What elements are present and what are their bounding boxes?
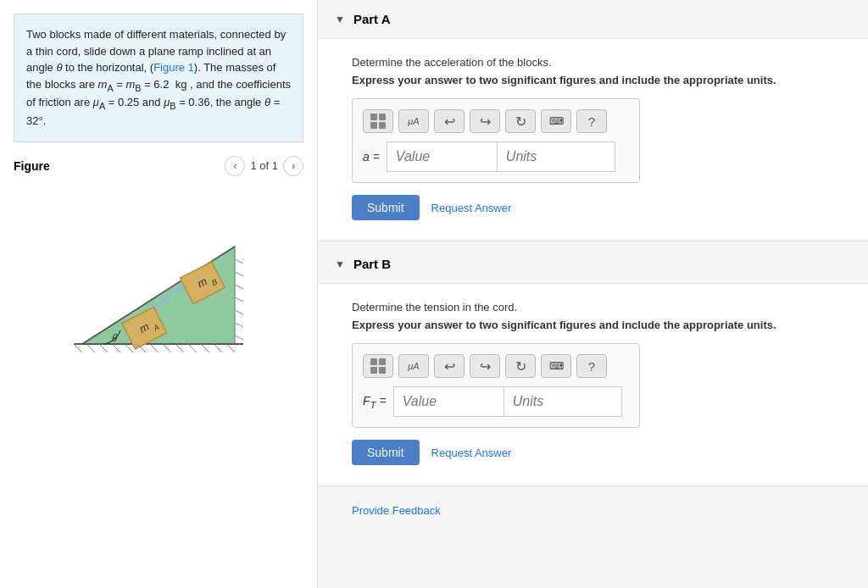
svg-line-17	[150, 344, 159, 352]
figure-section: Figure ‹ 1 of 1 › m	[14, 156, 303, 378]
redo-icon: ↪	[480, 114, 491, 130]
undo-icon-b: ↩	[444, 358, 455, 374]
part-b-title: Part B	[353, 257, 391, 271]
svg-line-26	[235, 285, 243, 289]
left-panel: Two blocks made of different materials, …	[0, 0, 318, 588]
reset-icon: ↻	[515, 114, 526, 130]
redo-icon-b: ↪	[480, 358, 491, 374]
part-b-answer-box: μA ↩ ↪ ↻ ⌨ ?	[352, 343, 640, 428]
part-a-keyboard-button[interactable]: ⌨	[541, 109, 571, 133]
part-a-symbol-button[interactable]: μA	[398, 109, 429, 133]
part-b-input-row: FT =	[363, 386, 629, 417]
figure-link[interactable]: Figure 1	[153, 61, 194, 74]
reset-icon-b: ↻	[515, 358, 526, 374]
part-b-collapse-arrow: ▼	[335, 258, 345, 270]
figure-header: Figure ‹ 1 of 1 ›	[14, 156, 303, 176]
part-a-action-row: Submit Request Answer	[352, 195, 834, 220]
right-panel: ▼ Part A Determine the acceleration of t…	[318, 0, 868, 588]
part-b-instruction: Express your answer to two significant f…	[352, 319, 834, 331]
svg-line-30	[235, 336, 243, 340]
svg-line-12	[86, 344, 95, 352]
svg-line-29	[235, 323, 243, 327]
grid-icon-b	[370, 358, 386, 374]
part-a-value-input[interactable]	[387, 141, 497, 172]
part-a-section: ▼ Part A Determine the acceleration of t…	[318, 0, 868, 241]
part-b-grid-button[interactable]	[363, 354, 393, 378]
ramp-diagram: m A m B θ	[65, 196, 252, 365]
symbol-icon: μA	[408, 116, 419, 126]
part-b-undo-button[interactable]: ↩	[434, 354, 465, 378]
page-indicator: 1 of 1	[250, 159, 278, 172]
part-b-value-input[interactable]	[393, 386, 504, 417]
svg-line-23	[226, 344, 235, 352]
figure-nav: ‹ 1 of 1 ›	[225, 156, 303, 176]
part-b-reset-button[interactable]: ↻	[505, 354, 536, 378]
keyboard-icon-b: ⌨	[549, 360, 564, 372]
help-icon-b: ?	[588, 359, 595, 374]
part-b-redo-button[interactable]: ↪	[470, 354, 500, 378]
part-a-description: Determine the acceleration of the blocks…	[352, 56, 834, 69]
svg-line-13	[99, 344, 108, 352]
part-b-submit-button[interactable]: Submit	[352, 440, 420, 465]
part-a-instruction: Express your answer to two significant f…	[352, 74, 834, 86]
figure-image: m A m B θ	[14, 183, 303, 378]
part-a-undo-button[interactable]: ↩	[434, 109, 465, 133]
svg-line-22	[214, 344, 222, 352]
svg-line-21	[201, 344, 209, 352]
part-b-units-input[interactable]	[504, 386, 622, 417]
part-a-answer-box: μA ↩ ↪ ↻ ⌨	[352, 98, 640, 183]
part-a-input-row: a =	[363, 141, 629, 172]
part-b-request-answer-link[interactable]: Request Answer	[431, 447, 512, 459]
part-b-section: ▼ Part B Determine the tension in the co…	[318, 245, 868, 486]
part-a-reset-button[interactable]: ↻	[505, 109, 536, 133]
next-figure-button[interactable]: ›	[283, 156, 303, 176]
part-b-input-label: FT =	[363, 394, 387, 410]
svg-text:θ: θ	[112, 332, 118, 344]
part-a-title: Part A	[353, 12, 391, 26]
symbol-icon-b: μA	[408, 361, 419, 371]
part-b-description: Determine the tension in the cord.	[352, 301, 834, 313]
svg-line-27	[235, 297, 243, 302]
grid-icon	[370, 114, 386, 129]
svg-line-24	[235, 259, 243, 263]
part-b-keyboard-button[interactable]: ⌨	[541, 354, 571, 378]
provide-feedback-link[interactable]: Provide Feedback	[352, 504, 441, 517]
undo-icon: ↩	[444, 114, 455, 130]
part-a-input-label: a =	[363, 150, 380, 164]
part-b-help-button[interactable]: ?	[576, 354, 607, 378]
part-a-redo-button[interactable]: ↪	[470, 109, 500, 133]
part-a-request-answer-link[interactable]: Request Answer	[431, 202, 512, 214]
problem-statement: Two blocks made of different materials, …	[14, 14, 303, 142]
part-b-header[interactable]: ▼ Part B	[318, 245, 868, 284]
figure-title: Figure	[14, 159, 50, 173]
svg-line-19	[175, 344, 184, 352]
part-a-header[interactable]: ▼ Part A	[318, 0, 868, 39]
feedback-section: Provide Feedback	[318, 490, 868, 530]
svg-line-25	[235, 272, 243, 276]
svg-line-15	[125, 344, 133, 352]
part-a-units-input[interactable]	[497, 141, 615, 172]
part-a-toolbar: μA ↩ ↪ ↻ ⌨	[363, 109, 629, 133]
keyboard-icon: ⌨	[549, 115, 564, 127]
help-icon: ?	[588, 114, 595, 129]
prev-figure-button[interactable]: ‹	[225, 156, 245, 176]
svg-line-20	[188, 344, 197, 352]
part-a-body: Determine the acceleration of the blocks…	[318, 39, 868, 241]
part-a-grid-button[interactable]	[363, 109, 393, 133]
part-a-collapse-arrow: ▼	[335, 14, 345, 25]
svg-line-18	[163, 344, 171, 352]
svg-line-28	[235, 310, 243, 314]
part-b-body: Determine the tension in the cord. Expre…	[318, 284, 868, 485]
part-b-symbol-button[interactable]: μA	[398, 354, 429, 378]
part-b-toolbar: μA ↩ ↪ ↻ ⌨ ?	[363, 354, 629, 378]
part-a-submit-button[interactable]: Submit	[352, 195, 420, 220]
part-b-action-row: Submit Request Answer	[352, 440, 834, 465]
svg-line-14	[112, 344, 120, 352]
svg-line-11	[74, 344, 82, 352]
part-a-help-button[interactable]: ?	[576, 109, 607, 133]
